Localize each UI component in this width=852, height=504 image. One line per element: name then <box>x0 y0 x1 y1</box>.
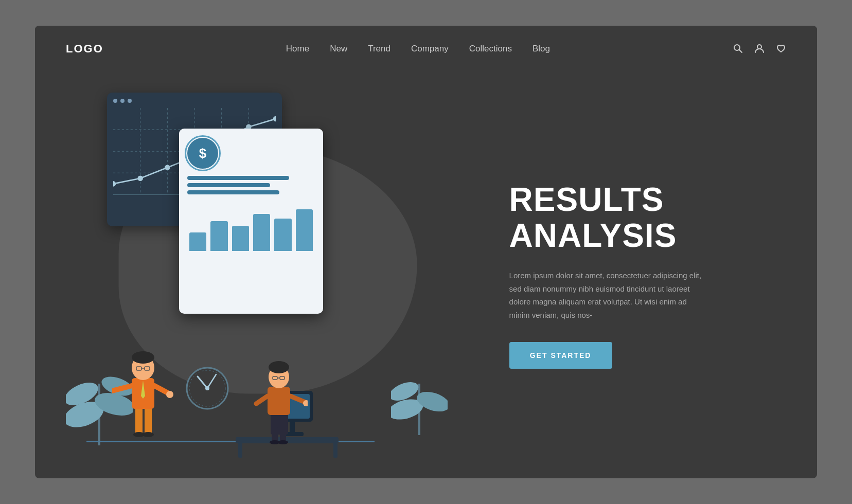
text-area: RESULTS ANALYSIS Lorem ipsum dolor sit a… <box>489 72 817 478</box>
svg-line-53 <box>290 396 305 402</box>
svg-rect-33 <box>135 406 143 435</box>
svg-rect-52 <box>268 387 290 415</box>
report-line-1 <box>187 176 289 180</box>
svg-point-36 <box>143 432 154 437</box>
svg-rect-34 <box>145 406 152 435</box>
nav-home[interactable]: Home <box>286 44 309 54</box>
browser-dots <box>113 99 276 103</box>
svg-point-21 <box>113 181 116 187</box>
bar-chart <box>187 205 315 251</box>
svg-point-23 <box>165 165 170 171</box>
hero-title: RESULTS ANALYSIS <box>509 182 776 254</box>
bar-4 <box>253 214 270 251</box>
report-lines <box>187 176 315 194</box>
svg-point-27 <box>273 116 276 122</box>
page-frame: LOGO Home New Trend Company Collections … <box>35 26 817 478</box>
clock <box>184 365 230 411</box>
svg-point-2 <box>757 45 761 49</box>
svg-rect-48 <box>272 427 278 442</box>
svg-point-32 <box>205 386 209 390</box>
nav-collections[interactable]: Collections <box>469 44 512 54</box>
coin-ring <box>185 135 221 171</box>
desk-leg-right <box>333 441 338 458</box>
figure-woman <box>251 345 308 447</box>
nav-new[interactable]: New <box>330 44 347 54</box>
svg-line-39 <box>112 386 132 391</box>
logo: LOGO <box>66 42 103 56</box>
report-card: $ <box>179 129 323 314</box>
coin-icon: $ <box>187 138 218 169</box>
main-content: $ <box>35 72 817 478</box>
illustration-area: $ <box>35 72 489 478</box>
svg-line-55 <box>256 396 268 404</box>
nav-company[interactable]: Company <box>411 44 449 54</box>
heart-icon[interactable] <box>776 43 786 55</box>
nav-links: Home New Trend Company Collections Blog <box>286 44 550 54</box>
svg-point-57 <box>269 361 289 373</box>
svg-point-22 <box>137 176 143 182</box>
bar-3 <box>232 226 249 251</box>
navbar: LOGO Home New Trend Company Collections … <box>35 26 817 72</box>
svg-rect-49 <box>280 427 286 442</box>
nav-trend[interactable]: Trend <box>368 44 390 54</box>
nav-icons <box>733 43 786 55</box>
plant-right <box>391 348 448 437</box>
desk-leg-left <box>238 441 242 458</box>
figure-man <box>112 329 174 442</box>
svg-line-1 <box>739 49 742 52</box>
report-line-2 <box>187 183 270 187</box>
bar-1 <box>189 232 206 251</box>
svg-line-40 <box>154 386 169 393</box>
svg-point-41 <box>166 391 173 398</box>
nav-blog[interactable]: Blog <box>532 44 550 54</box>
search-icon[interactable] <box>733 43 743 55</box>
dot-3 <box>128 99 132 103</box>
hero-description: Lorem ipsum dolor sit amet, consectetuer… <box>509 269 705 321</box>
get-started-button[interactable]: GET STARTED <box>509 342 612 369</box>
user-icon[interactable] <box>754 43 765 55</box>
dot-2 <box>120 99 125 103</box>
dot-1 <box>113 99 117 103</box>
svg-point-43 <box>132 351 154 364</box>
bar-6 <box>296 209 313 251</box>
report-line-3 <box>187 190 279 194</box>
bar-5 <box>274 219 291 251</box>
svg-point-51 <box>278 440 288 444</box>
bar-2 <box>210 221 227 251</box>
